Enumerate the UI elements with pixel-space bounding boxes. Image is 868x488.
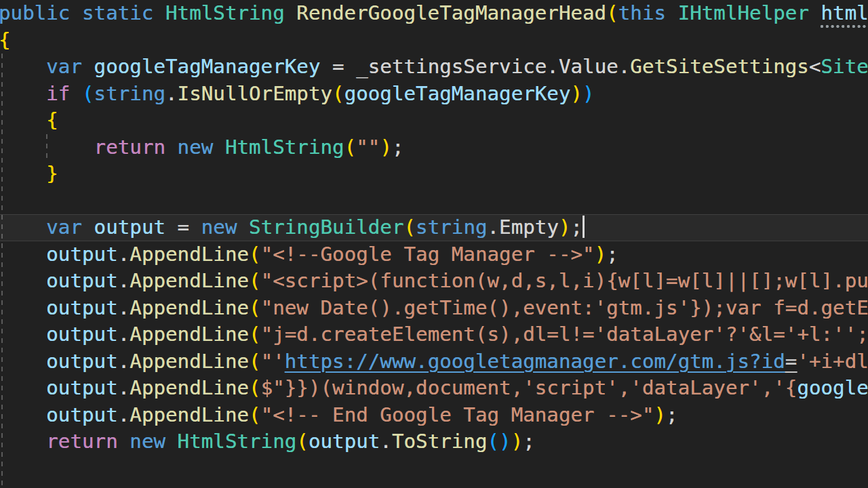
code-token: ; xyxy=(571,216,583,239)
code-token: { xyxy=(0,28,11,52)
code-token: . xyxy=(118,376,130,399)
code-line[interactable]: var googleTagManagerKey = _settingsServi… xyxy=(0,54,868,81)
code-line[interactable] xyxy=(0,188,868,215)
code-token: "new Date().getTime(),event:'gtm.js'});v… xyxy=(261,296,868,319)
code-token: output xyxy=(46,243,117,266)
code-line[interactable]: } xyxy=(0,161,868,188)
code-token: output xyxy=(46,269,117,292)
code-token: output xyxy=(46,403,117,426)
code-token: ( xyxy=(296,430,309,453)
code-token xyxy=(0,430,46,453)
code-line[interactable]: { xyxy=(0,27,868,54)
code-token: ( xyxy=(249,376,261,399)
code-token: IsNullOrEmpty xyxy=(178,82,332,105)
code-token: "" xyxy=(356,136,380,159)
code-token: ( xyxy=(344,136,357,159)
code-token: IHtmlHelper xyxy=(678,1,821,24)
code-token: string xyxy=(94,82,165,105)
code-token: = _settingsService.Value. xyxy=(332,55,630,78)
code-line[interactable]: return new HtmlString(output.ToString())… xyxy=(0,428,868,455)
code-token: new xyxy=(130,430,177,453)
code-token: GetSiteSettings xyxy=(630,55,809,78)
code-line[interactable]: output.AppendLine("<!--Google Tag Manage… xyxy=(0,241,868,268)
code-token: "<!--Google Tag Manager -->" xyxy=(261,243,595,266)
code-token: HtmlString xyxy=(165,1,296,24)
code-token: ( xyxy=(249,269,261,292)
code-token xyxy=(0,55,46,78)
code-token: output xyxy=(46,323,117,346)
code-token: AppendLine xyxy=(130,403,249,426)
code-token: ) xyxy=(380,136,392,159)
code-token: < xyxy=(809,55,821,78)
code-line[interactable]: public static HtmlString RenderGoogleTag… xyxy=(0,0,868,27)
code-token: ( xyxy=(82,82,94,105)
code-token: . xyxy=(118,243,130,266)
code-token: AppendLine xyxy=(130,350,249,373)
code-line[interactable]: output.AppendLine("new Date().getTime(),… xyxy=(0,295,868,322)
code-token: .Empty xyxy=(488,216,559,239)
code-token: return xyxy=(94,136,178,159)
code-token: var xyxy=(46,55,94,78)
code-token: ) xyxy=(559,216,571,239)
code-token: ( xyxy=(404,216,416,239)
code-token: "<script>(function(w,d,s,l,i){w[l]=w[l]|… xyxy=(261,269,868,292)
code-token: ( xyxy=(606,1,618,24)
code-token: googleTagManagerKey xyxy=(344,82,571,105)
code-line[interactable]: output.AppendLine("<script>(function(w,d… xyxy=(0,268,868,295)
code-line[interactable]: output.AppendLine($"}})(window,document,… xyxy=(0,375,868,402)
code-token xyxy=(0,162,46,185)
code-line-current[interactable]: var output = new StringBuilder(string.Em… xyxy=(0,214,868,241)
code-token: ( xyxy=(249,243,261,266)
code-token: . xyxy=(380,430,392,453)
code-line[interactable]: output.AppendLine("j=d.createElement(s),… xyxy=(0,321,868,348)
code-token xyxy=(0,82,46,105)
code-token: '+i+dl;f.parentNode.insertBefore(j,f);" xyxy=(797,350,868,373)
code-token: AppendLine xyxy=(130,296,249,319)
code-token: ( xyxy=(332,82,344,105)
code-token: output xyxy=(46,376,117,399)
code-token: ( xyxy=(249,350,261,373)
code-token: ( xyxy=(249,296,261,319)
code-token xyxy=(0,269,46,292)
code-token: RenderGoogleTagManagerHead xyxy=(296,1,606,24)
code-token xyxy=(0,376,46,399)
code-token: . xyxy=(118,403,130,426)
code-token: ) xyxy=(595,243,607,266)
code-line[interactable]: { xyxy=(0,107,868,134)
code-token: var xyxy=(46,216,94,239)
code-token: if xyxy=(46,82,82,105)
code-token: AppendLine xyxy=(130,323,249,346)
code-token: ) xyxy=(583,82,595,105)
code-line[interactable] xyxy=(0,455,868,483)
code-token: "j=d.createElement(s),dl=l!='dataLayer'?… xyxy=(261,323,868,346)
code-token xyxy=(0,403,46,426)
code-token xyxy=(0,350,46,373)
code-token: { xyxy=(46,108,58,131)
code-token: output xyxy=(46,350,117,373)
code-editor[interactable]: public static HtmlString RenderGoogleTag… xyxy=(0,0,868,488)
code-line[interactable]: if (string.IsNullOrEmpty(googleTagManage… xyxy=(0,81,868,108)
code-token: ( xyxy=(249,403,261,426)
code-token: output xyxy=(46,296,117,319)
code-token: StringBuilder xyxy=(249,216,403,239)
code-token: = xyxy=(785,350,797,373)
code-token: AppendLine xyxy=(130,243,249,266)
code-token: ; xyxy=(392,136,404,159)
code-token: SiteSettings xyxy=(821,55,868,78)
code-token: $"}})(window,document,'script','dataLaye… xyxy=(261,376,797,399)
code-token: AppendLine xyxy=(130,376,249,399)
code-token: new xyxy=(201,216,249,239)
code-token: = xyxy=(178,216,201,239)
code-token: . xyxy=(118,323,130,346)
code-line[interactable]: output.AppendLine("<!-- End Google Tag M… xyxy=(0,402,868,429)
code-token: ( xyxy=(249,323,261,346)
code-line[interactable]: return new HtmlString(""); xyxy=(0,134,868,161)
url-link[interactable]: https://www.googletagmanager.com/gtm.js?… xyxy=(285,350,785,373)
code-token: . xyxy=(118,269,130,292)
code-line[interactable]: output.AppendLine("'https://www.googleta… xyxy=(0,348,868,375)
code-token xyxy=(0,136,94,159)
code-token: return xyxy=(46,430,130,453)
code-token: ) xyxy=(511,430,524,453)
code-token: HtmlString xyxy=(225,136,344,159)
code-token: AppendLine xyxy=(130,269,249,292)
